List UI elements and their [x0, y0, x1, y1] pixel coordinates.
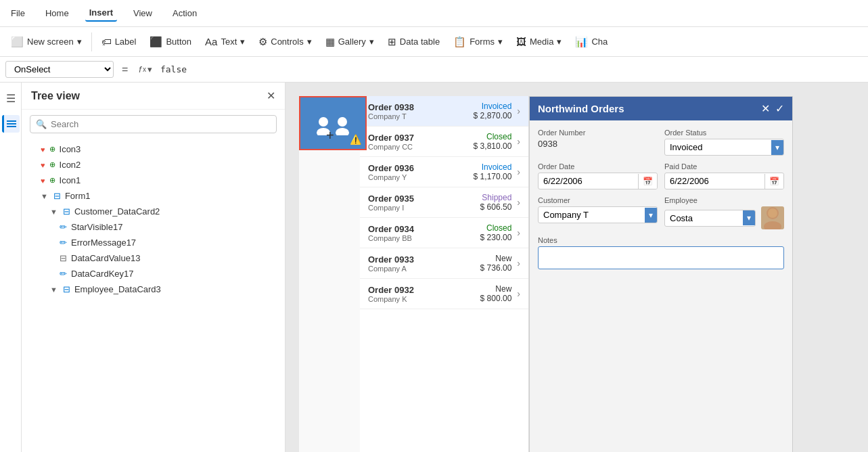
chart-icon: 📊	[575, 36, 588, 48]
warning-icon: ⚠️	[350, 134, 361, 145]
svg-rect-2	[7, 126, 16, 127]
order-row-3[interactable]: Order 0935 Company I Shipped $ 606.50 ›	[360, 187, 528, 218]
selected-component-box[interactable]: + ⚠️	[299, 96, 367, 150]
layers-icon	[6, 118, 17, 129]
detail-panel: Northwind Orders ✕ ✓ Order Number 0938 O…	[529, 96, 793, 452]
order-chevron-3: ›	[517, 197, 520, 208]
order-company-6: Company K	[368, 295, 478, 303]
tree-item-icon3[interactable]: ♥ ⊕ Icon3	[22, 141, 285, 157]
order-info-0: Order 0938 Company T	[368, 102, 471, 120]
search-icon: 🔍	[36, 119, 47, 129]
detail-title: Northwind Orders	[538, 103, 624, 114]
form1-icon: ⊟	[53, 191, 61, 201]
search-input[interactable]	[51, 119, 271, 129]
notes-input[interactable]	[538, 246, 784, 269]
order-row-4[interactable]: Order 0934 Company BB Closed $ 230.00 ›	[360, 218, 528, 248]
paid-date-calendar-btn[interactable]: 📅	[764, 174, 783, 189]
order-status-dropdown[interactable]: Invoiced ▾	[664, 139, 784, 156]
tree-item-icon1[interactable]: ♥ ⊕ Icon1	[22, 173, 285, 188]
order-chevron-4: ›	[517, 227, 520, 238]
order-list: Order 0938 Company T Invoiced $ 2,870.00…	[360, 96, 528, 309]
new-screen-button[interactable]: ⬜ New screen ▾	[5, 33, 87, 51]
tree-item-customer-datacard2[interactable]: ▼ ⊟ Customer_DataCard2	[22, 204, 285, 219]
order-row-1[interactable]: Order 0937 Company CC Closed $ 3,810.00 …	[360, 127, 528, 157]
label-icon: 🏷	[101, 36, 112, 47]
controls-icon: ⚙	[258, 36, 267, 48]
tree-item-errormessage17[interactable]: ✏ ErrorMessage17	[22, 235, 285, 250]
gallery-button[interactable]: ▦ Gallery ▾	[320, 33, 380, 51]
tree-body: ♥ ⊕ Icon3 ♥ ⊕ Icon2 ♥ ⊕ Icon1 ▼ ⊟ Form1	[22, 139, 285, 452]
media-button[interactable]: 🖼 Media ▾	[511, 33, 567, 50]
forms-button[interactable]: 📋 Forms ▾	[448, 33, 508, 51]
property-select[interactable]: OnSelect	[5, 61, 114, 78]
icon3-plus-icon: ⊕	[49, 145, 55, 154]
label-button[interactable]: 🏷 Label	[96, 33, 142, 50]
formula-input[interactable]	[160, 64, 863, 74]
order-status-value: Invoiced	[665, 139, 771, 155]
order-date-value: 6/22/2006	[539, 173, 638, 189]
tree-title: Tree view	[31, 90, 80, 102]
order-info-6: Order 0932 Company K	[368, 285, 478, 303]
order-status-field: Order Status Invoiced ▾	[664, 129, 784, 156]
order-row-2[interactable]: Order 0936 Company Y Invoiced $ 1,170.00…	[360, 157, 528, 187]
icon2-close-icon: ♥	[41, 161, 45, 169]
employee-chevron[interactable]: ▾	[743, 210, 755, 225]
detail-check-button[interactable]: ✓	[775, 102, 784, 115]
customer-dropdown[interactable]: Company T ▾	[538, 206, 658, 223]
tree-item-employee-datacard3[interactable]: ▼ ⊟ Employee_DataCard3	[22, 281, 285, 297]
order-num-5: Order 0933	[368, 254, 478, 265]
hamburger-menu-button[interactable]: ☰	[2, 89, 20, 107]
chevron-down-icon-forms: ▾	[498, 37, 503, 47]
order-num-0: Order 0938	[368, 102, 471, 112]
order-company-5: Company A	[368, 265, 478, 273]
sidebar-toggle: ☰	[0, 83, 22, 452]
errormessage17-icon: ✏	[60, 238, 67, 248]
menu-home[interactable]: Home	[41, 5, 73, 21]
text-button[interactable]: Aa Text ▾	[200, 33, 250, 50]
crosshair-symbol: +	[326, 128, 334, 143]
customer-chevron[interactable]: ▾	[645, 208, 657, 223]
order-row-0[interactable]: Order 0938 Company T Invoiced $ 2,870.00…	[360, 96, 528, 127]
order-num-1: Order 0937	[368, 133, 471, 143]
order-row-6[interactable]: Order 0932 Company K New $ 800.00 ›	[360, 279, 528, 309]
tree-close-button[interactable]: ✕	[267, 89, 275, 102]
menu-view[interactable]: View	[129, 5, 156, 21]
tree-item-datacardkey17[interactable]: ✏ DataCardKey17	[22, 266, 285, 281]
tree-item-customer-dc2-label: Customer_DataCard2	[74, 206, 275, 217]
svg-point-6	[336, 128, 349, 135]
chart-button[interactable]: 📊 Cha	[570, 33, 613, 51]
tree-panel: Tree view ✕ 🔍 ♥ ⊕ Icon3 ♥ ⊕ Icon2 ♥ ⊕	[22, 83, 285, 452]
order-info-1: Order 0937 Company CC	[368, 133, 471, 151]
controls-button[interactable]: ⚙ Controls ▾	[253, 33, 317, 51]
order-row-5[interactable]: Order 0933 Company A New $ 736.00 ›	[360, 248, 528, 279]
order-date-picker[interactable]: 6/22/2006 📅	[538, 173, 658, 189]
notes-label: Notes	[538, 236, 784, 244]
data-table-button[interactable]: ⊞ Data table	[382, 33, 445, 51]
tree-item-employee-dc3-label: Employee_DataCard3	[74, 284, 275, 294]
tree-item-starvisible17[interactable]: ✏ StarVisible17	[22, 219, 285, 235]
order-status-chevron[interactable]: ▾	[771, 140, 783, 155]
formula-bar: OnSelect = fx ▾	[0, 57, 868, 83]
order-company-2: Company Y	[368, 173, 471, 181]
toolbar: ⬜ New screen ▾ 🏷 Label ⬛ Button Aa Text …	[0, 27, 868, 57]
employee-label: Employee	[664, 196, 784, 204]
gallery-icon: ▦	[325, 36, 335, 48]
menu-file[interactable]: File	[7, 5, 29, 21]
tree-item-icon2[interactable]: ♥ ⊕ Icon2	[22, 157, 285, 173]
menu-action[interactable]: Action	[168, 5, 201, 21]
tree-item-datacardvalue13[interactable]: ⊟ DataCardValue13	[22, 250, 285, 266]
paid-date-picker[interactable]: 6/22/2006 📅	[664, 173, 784, 189]
order-right-4: Closed $ 230.00	[480, 223, 512, 242]
button-button[interactable]: ⬛ Button	[144, 33, 197, 51]
menu-insert[interactable]: Insert	[85, 5, 117, 22]
employee-field: Employee Costa ▾	[664, 196, 784, 229]
customer-label: Customer	[538, 196, 658, 204]
order-date-calendar-btn[interactable]: 📅	[638, 174, 657, 189]
order-right-1: Closed $ 3,810.00	[474, 132, 512, 151]
employee-dropdown[interactable]: Costa ▾	[664, 210, 756, 227]
layers-button[interactable]	[2, 115, 20, 133]
tree-item-form1[interactable]: ▼ ⊟ Form1	[22, 188, 285, 204]
order-company-4: Company BB	[368, 234, 478, 242]
detail-close-button[interactable]: ✕	[761, 102, 770, 115]
employee-dc3-collapse-icon: ▼	[50, 286, 58, 294]
